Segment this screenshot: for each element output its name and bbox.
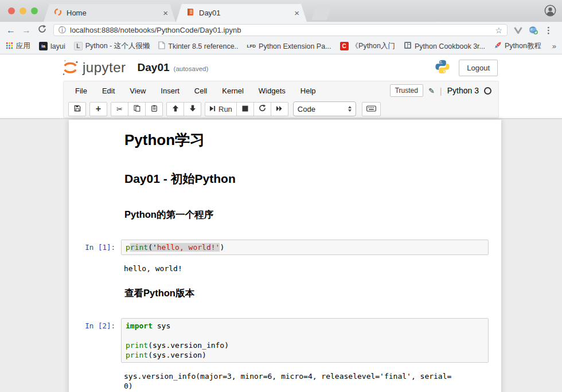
bookmark-label: Python Extension Pa... [259, 42, 331, 50]
jupyter-logo-text[interactable]: jupyter [83, 60, 126, 76]
scissors-icon: ✂ [116, 105, 123, 113]
kernel-name: Python 3 [447, 86, 479, 95]
menu-help[interactable]: Help [293, 87, 323, 95]
trusted-button[interactable]: Trusted [390, 84, 423, 97]
add-cell-button[interactable]: + [89, 102, 107, 116]
fullscreen-window-button[interactable] [31, 7, 38, 14]
new-tab-button[interactable] [311, 5, 332, 20]
code-token: (sys.version) [148, 351, 206, 359]
code-token: (' [148, 243, 157, 252]
restart-run-all-button[interactable] [271, 102, 288, 116]
copy-cell-button[interactable] [128, 102, 146, 116]
checkpoint-status: (autosaved) [174, 65, 209, 72]
step-forward-icon [209, 105, 216, 113]
bookmark-python-extension[interactable]: LFD Python Extension Pa... [247, 42, 331, 50]
layui-icon: la [39, 42, 48, 50]
menu-view[interactable]: View [122, 87, 153, 95]
heading-first-program: Python的第一个程序 [124, 209, 489, 221]
save-button[interactable] [68, 102, 86, 116]
bookmark-layui[interactable]: la layui [39, 42, 65, 50]
bookmark-python-blog[interactable]: L Python - 这个人很懒 [74, 41, 150, 51]
bookmarks-overflow-icon[interactable]: » [552, 42, 556, 50]
menu-file[interactable]: File [68, 87, 95, 95]
input-prompt: In [1]: [73, 240, 121, 255]
minimize-window-button[interactable] [19, 7, 26, 14]
output-area-2: sys.version_info(major=3, minor=6, micro… [69, 366, 492, 392]
profile-icon[interactable] [544, 5, 556, 19]
notebook-title[interactable]: Day01 [138, 61, 170, 74]
heading-check-version: 查看Python版本 [124, 287, 489, 300]
bookmark-label: 《Python入门 [352, 41, 395, 51]
output-text: sys.version_info(major=3, minor=6, micro… [120, 369, 489, 392]
back-icon[interactable]: ← [6, 26, 15, 35]
bookmark-python-intro[interactable]: C 《Python入门 [340, 41, 395, 51]
menu-insert[interactable]: Insert [153, 87, 187, 95]
code-token: rint [130, 243, 148, 252]
output-area-1: hello, world! [69, 258, 492, 275]
markdown-cell-check-version[interactable]: 查看Python版本 [69, 275, 492, 310]
download-extension-icon[interactable] [514, 27, 522, 34]
plus-icon: + [96, 104, 101, 113]
interrupt-kernel-button[interactable] [236, 102, 254, 116]
letter-l-icon: L [74, 42, 83, 50]
markdown-cell-title[interactable]: Python学习 [69, 123, 492, 159]
address-bar[interactable]: ⓘ localhost:8888/notebooks/PythonCode/Da… [53, 24, 508, 36]
bookmark-tkinter[interactable]: Tkinter 8.5 reference.. [158, 41, 238, 51]
move-cell-down-button[interactable] [184, 102, 201, 116]
code-editor[interactable]: import sys print(sys.version_info) print… [121, 318, 489, 363]
paste-cell-button[interactable] [145, 102, 163, 116]
jupyter-logo-icon[interactable] [61, 58, 80, 77]
reload-icon[interactable] [38, 25, 46, 36]
cell-prompt [73, 163, 121, 193]
restart-icon [259, 104, 266, 113]
site-info-icon[interactable]: ⓘ [58, 25, 66, 36]
notebook-menubar-panel: File Edit View Insert Cell Kernel Widget… [63, 81, 499, 118]
bookmark-python-cookbook[interactable]: Python Cookbook 3r... [404, 41, 485, 51]
restart-kernel-button[interactable] [253, 102, 271, 116]
code-token: hello, world! [157, 243, 216, 252]
run-cell-button[interactable]: Run [205, 102, 237, 116]
tab-home[interactable]: Home × [44, 4, 175, 22]
cell-type-select[interactable]: Code [293, 101, 356, 116]
menu-edit[interactable]: Edit [95, 87, 122, 95]
code-cell-1[interactable]: In [1]: print('hello, world!') [69, 236, 492, 258]
bookmark-star-icon[interactable]: ☆ [495, 26, 502, 35]
close-tab-icon[interactable]: × [161, 8, 170, 18]
globe-extension-icon[interactable] [529, 26, 538, 35]
tab-label: Day01 [199, 9, 292, 17]
tab-day01-active[interactable]: Day01 × [176, 4, 307, 22]
cell-prompt [73, 127, 121, 156]
bookmark-label: Python教程 [505, 41, 541, 51]
divider: | [440, 86, 442, 96]
markdown-cell-first-program[interactable]: Python的第一个程序 [69, 196, 492, 232]
browser-menu-icon[interactable]: ⋮ [544, 25, 553, 36]
menu-cell[interactable]: Cell [187, 87, 214, 95]
select-stepper-icon [348, 106, 352, 112]
close-tab-icon[interactable]: × [292, 8, 301, 18]
heading-day01: Day01 - 初始Python [124, 171, 489, 187]
keyboard-icon [366, 105, 376, 113]
menu-kernel[interactable]: Kernel [214, 87, 251, 95]
bookmark-python-tutorial[interactable]: Python教程 [494, 41, 541, 51]
code-cell-2[interactable]: In [2]: import sys print(sys.version_inf… [69, 315, 492, 366]
save-icon [74, 105, 81, 113]
fast-forward-icon [276, 105, 283, 113]
copy-icon [134, 105, 140, 113]
paste-icon [151, 105, 158, 113]
close-window-button[interactable] [8, 7, 15, 14]
code-token: p [126, 243, 130, 252]
jupyter-header: jupyter Day01 (autosaved) Logout [0, 54, 562, 81]
command-palette-button[interactable] [362, 102, 381, 116]
markdown-cell-day01[interactable]: Day01 - 初始Python [69, 159, 492, 196]
output-text: hello, world! [120, 261, 489, 273]
arrow-up-icon [172, 105, 179, 113]
url-text[interactable]: localhost:8888/notebooks/PythonCode/Day0… [70, 26, 495, 34]
logout-button[interactable]: Logout [459, 60, 498, 76]
move-cell-up-button[interactable] [166, 102, 184, 116]
cut-cell-button[interactable]: ✂ [111, 102, 128, 116]
bookmark-apps[interactable]: 应用 [6, 41, 30, 51]
code-editor[interactable]: print('hello, world!') [121, 240, 489, 255]
menu-widgets[interactable]: Widgets [251, 87, 293, 95]
forward-icon[interactable]: → [22, 26, 31, 35]
bookmarks-bar: 应用 la layui L Python - 这个人很懒 Tkinter 8.5… [0, 38, 562, 54]
